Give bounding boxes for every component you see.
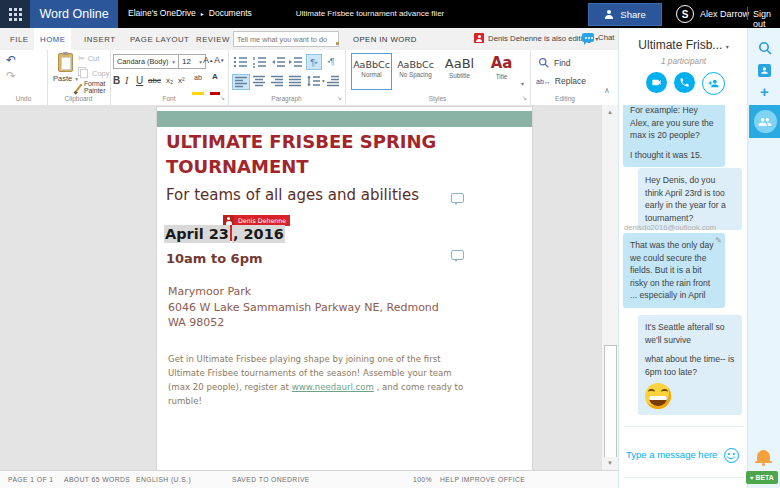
doc-body-paragraph: Get in Ultimate Frisbee playing shape by…: [168, 352, 468, 408]
skype-chat-panel: Ultimate Frisb... ▾ 1 participant For ex…: [618, 28, 748, 488]
add-participant-button[interactable]: [702, 72, 725, 95]
rtl-paragraph-button[interactable]: ◂¶: [324, 54, 338, 68]
new-conversation-button[interactable]: +: [748, 85, 780, 99]
group-label-undo: Undo: [0, 95, 47, 102]
dropdown-caret-icon: ▾: [172, 59, 175, 65]
beta-badge[interactable]: ♥BETA: [746, 471, 778, 484]
voice-call-button[interactable]: [674, 72, 695, 93]
find-magnifier-icon: [538, 57, 549, 68]
document-page[interactable]: ULTIMATE FRISBEE SPRING TOURNAMENT For t…: [156, 106, 533, 470]
numbering-button[interactable]: [252, 56, 267, 68]
coauthor-editing-status[interactable]: Denis Dehenne is also editing ▾: [474, 33, 598, 43]
superscript-button[interactable]: x²: [178, 76, 185, 85]
align-left-button[interactable]: [232, 74, 250, 90]
comment-icon[interactable]: [451, 250, 464, 260]
tab-review[interactable]: REVIEW: [190, 28, 236, 50]
chat-input-row: [619, 442, 748, 470]
registration-link[interactable]: www.needaurl.com: [292, 382, 374, 392]
justify-button[interactable]: [288, 75, 302, 87]
chat-conversation-title[interactable]: Ultimate Frisb... ▾: [619, 38, 748, 52]
scroll-down-button[interactable]: ▼: [603, 457, 617, 469]
zoom-level[interactable]: 100%: [413, 476, 432, 483]
tell-me-input[interactable]: [234, 35, 334, 44]
breadcrumb: Elaine's OneDrive ▸ Documents: [128, 8, 252, 18]
font-size-select[interactable]: 12▾: [178, 54, 206, 69]
contacts-button[interactable]: [748, 64, 780, 77]
tab-home[interactable]: HOME: [34, 28, 71, 50]
emoticon-picker-icon[interactable]: [724, 448, 739, 463]
address-line: WA 98052: [168, 315, 439, 331]
doc-heading: ULTIMATE FRISBEE SPRING TOURNAMENT: [166, 129, 466, 179]
video-call-button[interactable]: [646, 72, 667, 93]
special-indent-button[interactable]: [326, 75, 340, 87]
video-camera-icon: [651, 77, 662, 88]
chat-message-list[interactable]: For example: Hey Alex, are you sure the …: [619, 105, 748, 425]
skype-icon[interactable]: S: [676, 5, 694, 23]
scrollbar-thumb[interactable]: [604, 345, 617, 459]
copy-button[interactable]: Copy: [78, 67, 110, 80]
style-normal[interactable]: AaBbCc Normal: [351, 53, 392, 90]
help-improve-office-link[interactable]: HELP IMPROVE OFFICE: [440, 476, 525, 483]
group-label-styles: Styles: [345, 95, 530, 102]
breadcrumb-folder[interactable]: Documents: [209, 8, 252, 18]
ribbon: ↶ ↷ Undo Paste ▾ ✂ Cut Copy Format Paint…: [0, 50, 618, 106]
style-no-spacing[interactable]: AaBbCc No Spacing: [395, 53, 436, 90]
redo-button[interactable]: ↷: [6, 69, 16, 83]
user-name[interactable]: Alex Darrow: [700, 9, 749, 19]
style-title[interactable]: Aa Title: [481, 53, 522, 90]
line-spacing-button[interactable]: ▾: [306, 75, 325, 87]
ltr-paragraph-button[interactable]: ¶▸: [306, 54, 322, 70]
shrink-font-button[interactable]: A▼: [214, 55, 224, 65]
underline-button[interactable]: U: [136, 75, 143, 86]
share-button[interactable]: Share: [588, 3, 662, 26]
cut-button[interactable]: ✂ Cut: [78, 54, 99, 63]
subscript-button[interactable]: x₂: [166, 76, 173, 85]
tab-file[interactable]: FILE: [4, 28, 34, 50]
breadcrumb-owner[interactable]: Elaine's OneDrive: [128, 8, 196, 18]
language-status[interactable]: ENGLISH (U.S.): [136, 476, 191, 483]
app-launcher-button[interactable]: [0, 0, 30, 28]
tab-insert[interactable]: INSERT: [78, 28, 121, 50]
format-painter-button[interactable]: Format Painter: [78, 80, 112, 94]
document-canvas[interactable]: ULTIMATE FRISBEE SPRING TOURNAMENT For t…: [0, 105, 601, 470]
bold-button[interactable]: B: [113, 75, 120, 86]
align-center-button[interactable]: [252, 75, 266, 87]
chat-message-sent: It's Seattle afterall so we'll survive w…: [638, 315, 742, 415]
grow-font-button[interactable]: A▲: [203, 55, 213, 65]
increase-indent-button[interactable]: [288, 56, 303, 68]
save-status: SAVED TO ONEDRIVE: [232, 476, 310, 483]
open-in-word-button[interactable]: OPEN IN WORD: [353, 35, 417, 44]
sign-out-link[interactable]: Sign out: [753, 9, 780, 29]
collapse-ribbon-button[interactable]: ∧: [604, 86, 610, 95]
chat-toggle-button[interactable]: Chat: [582, 33, 614, 42]
styles-gallery-more-button[interactable]: ▾: [521, 80, 524, 87]
find-button[interactable]: Find: [538, 57, 571, 68]
style-subtitle[interactable]: AaBl Subtitle: [439, 53, 480, 90]
phone-icon: [679, 77, 690, 88]
scroll-up-button[interactable]: ▲: [603, 106, 617, 118]
paste-button[interactable]: Paste ▾: [53, 53, 78, 83]
ribbon-group-styles: AaBbCc Normal AaBbCc No Spacing AaBl Sub…: [345, 50, 531, 105]
page-accent-band: [157, 111, 532, 127]
replace-button[interactable]: ab↔ Replace: [536, 76, 586, 86]
active-conversation-button[interactable]: [749, 105, 780, 138]
comment-icon[interactable]: [451, 193, 464, 203]
decrease-indent-button[interactable]: [271, 56, 286, 68]
italic-button[interactable]: I: [125, 75, 128, 86]
bullets-button[interactable]: [233, 56, 248, 68]
ribbon-group-editing: Find ab↔ Replace Editing: [530, 50, 600, 105]
chat-message-input[interactable]: [624, 448, 723, 461]
ribbon-group-paragraph: ¶▸ ◂¶ ▾ ↘ Paragraph: [228, 50, 346, 105]
document-scrollbar[interactable]: ▲ ▼: [601, 105, 618, 470]
tab-page-layout[interactable]: PAGE LAYOUT: [124, 28, 195, 50]
align-right-button[interactable]: [270, 75, 284, 87]
search-icon: [758, 41, 772, 55]
strikethrough-button[interactable]: abc: [148, 76, 161, 85]
search-button[interactable]: [748, 41, 780, 55]
undo-button[interactable]: ↶: [6, 53, 16, 67]
font-name-select[interactable]: Candara (Body)▾: [113, 54, 179, 69]
copy-icon: [78, 67, 86, 76]
chat-message-received: For example: Hey Alex, are you sure the …: [623, 105, 725, 167]
word-count-status[interactable]: ABOUT 65 WORDS: [64, 476, 130, 483]
notification-bell-icon[interactable]: [757, 450, 770, 461]
